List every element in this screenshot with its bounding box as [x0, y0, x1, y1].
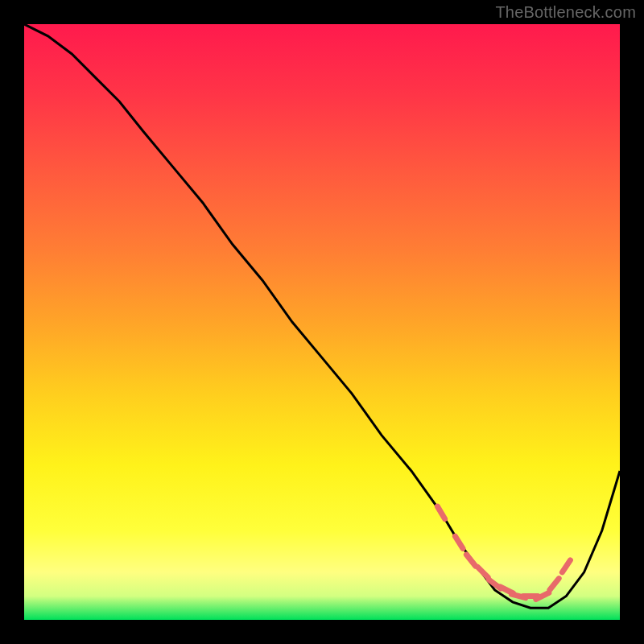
gradient-background	[24, 24, 620, 620]
watermark-text: TheBottleneck.com	[495, 3, 636, 22]
bottleneck-chart	[24, 24, 620, 620]
chart-stage: TheBottleneck.com	[0, 0, 644, 644]
